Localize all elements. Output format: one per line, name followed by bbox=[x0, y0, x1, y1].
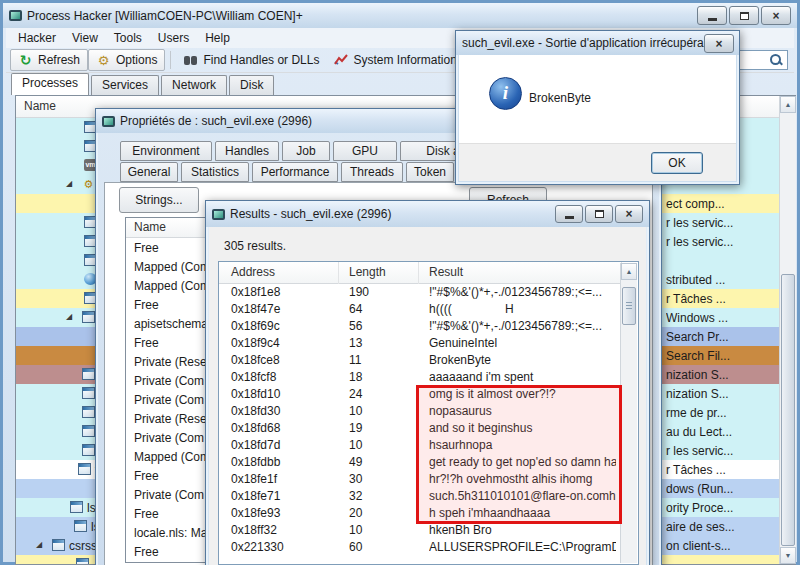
main-vertical-scrollbar[interactable]: ▲ ▼ bbox=[779, 96, 796, 564]
result-address: 0x18fd30 bbox=[231, 404, 336, 418]
main-titlebar[interactable]: Process Hacker [WilliamCOEN-PC\William C… bbox=[3, 3, 797, 28]
menu-item-hacker[interactable]: Hacker bbox=[10, 29, 64, 47]
result-address: 0x18fdbb bbox=[231, 455, 336, 469]
toolbar-button-label: System Information bbox=[353, 53, 456, 67]
toolbar-button-system-information[interactable]: System Information bbox=[326, 49, 463, 71]
message-box-body: BrokenByte bbox=[459, 55, 736, 143]
scroll-down-icon[interactable]: ▼ bbox=[780, 547, 796, 564]
tab-disk[interactable]: Disk bbox=[229, 75, 274, 95]
close-icon: × bbox=[715, 38, 722, 50]
results-vertical-scrollbar[interactable]: ▲ bbox=[620, 263, 637, 563]
result-length: 10 bbox=[349, 404, 414, 418]
results-titlebar[interactable]: Results - such_evil.exe (2996) × bbox=[206, 201, 649, 227]
result-row[interactable]: 0x22133060ALLUSERSPROFILE=C:\ProgramData bbox=[219, 539, 620, 556]
tab-processes[interactable]: Processes bbox=[11, 73, 89, 95]
app-window-icon bbox=[82, 406, 95, 418]
message-box-close-button[interactable]: × bbox=[704, 34, 734, 53]
process-description: r les servic... bbox=[666, 444, 776, 458]
info-icon bbox=[489, 77, 522, 110]
tab-performance[interactable]: Performance bbox=[252, 162, 338, 182]
app-window-icon bbox=[82, 444, 95, 456]
toolbar-button-label: Refresh bbox=[38, 53, 80, 67]
result-length: 19 bbox=[349, 421, 414, 435]
results-list: AddressLengthResult 0x18f1e8190!"#$%&'()… bbox=[218, 261, 639, 565]
result-row[interactable]: 0x18fe1f30hr?!?h ovehmostht alhis ihomg bbox=[219, 471, 620, 488]
tab-environment[interactable]: Environment bbox=[120, 141, 212, 161]
result-row[interactable]: 0x18fd1024omg is it almost over?!? bbox=[219, 386, 620, 403]
result-address: 0x221330 bbox=[231, 540, 336, 554]
results-close-button[interactable]: × bbox=[615, 205, 643, 223]
toolbar-button-refresh[interactable]: ↻Refresh bbox=[10, 49, 88, 71]
result-row[interactable]: 0x18f9c413GenuineIntel bbox=[219, 335, 620, 352]
strings-button[interactable]: Strings... bbox=[119, 187, 199, 213]
results-window-controls: × bbox=[555, 205, 643, 223]
menu-item-tools[interactable]: Tools bbox=[106, 29, 150, 47]
toolbar-button-options[interactable]: ⚙Options bbox=[88, 49, 165, 71]
process-description: aire de ses... bbox=[666, 520, 776, 534]
result-row[interactable]: 0x18f69c56!"#$%&'()*+,-./0123456789:;<=.… bbox=[219, 318, 620, 335]
result-row[interactable]: 0x18f1e8190!"#$%&'()*+,-./0123456789:;<=… bbox=[219, 284, 620, 301]
result-row[interactable]: 0x18fd6819and so it beginshus bbox=[219, 420, 620, 437]
result-row[interactable]: 0x18fd7d10hsaurhnopa bbox=[219, 437, 620, 454]
result-row[interactable]: 0x18fdbb49get ready to get nop'ed so dam… bbox=[219, 454, 620, 471]
menu-item-users[interactable]: Users bbox=[150, 29, 197, 47]
minimize-icon bbox=[708, 18, 717, 21]
result-row[interactable]: 0x18f47e64h(((( H bbox=[219, 301, 620, 318]
results-minimize-button[interactable] bbox=[555, 205, 583, 223]
toolbar-button-find-handles-or-dlls[interactable]: Find Handles or DLLs bbox=[176, 49, 326, 71]
column-header-length[interactable]: Length bbox=[339, 262, 419, 284]
result-row[interactable]: 0x18fce811BrokenByte bbox=[219, 352, 620, 369]
app-window-icon bbox=[82, 311, 95, 323]
app-window-icon bbox=[78, 463, 91, 475]
tab-gpu[interactable]: GPU bbox=[333, 141, 397, 161]
column-header-result[interactable]: Result bbox=[419, 262, 622, 284]
maximize-button[interactable] bbox=[729, 6, 759, 25]
chart-icon bbox=[333, 53, 348, 67]
menu-item-view[interactable]: View bbox=[64, 29, 106, 47]
tab-services[interactable]: Services bbox=[91, 75, 159, 95]
results-scrollbar-thumb[interactable] bbox=[622, 287, 636, 325]
tab-general[interactable]: General bbox=[120, 162, 178, 182]
tab-handles[interactable]: Handles bbox=[215, 141, 279, 161]
tab-network[interactable]: Network bbox=[161, 75, 227, 95]
minimize-button[interactable] bbox=[697, 6, 727, 25]
menu-item-help[interactable]: Help bbox=[197, 29, 238, 47]
scroll-up-icon[interactable]: ▲ bbox=[621, 263, 637, 280]
result-text: !"#$%&'()*+,-./0123456789:;<=... bbox=[429, 319, 616, 333]
results-maximize-button[interactable] bbox=[585, 205, 613, 223]
results-window: Results - such_evil.exe (2996) × 305 res… bbox=[205, 200, 650, 565]
tab-job[interactable]: Job bbox=[282, 141, 330, 161]
result-row[interactable]: 0x18fe7132such.5h311010101@flare-on.comh… bbox=[219, 488, 620, 505]
binoculars-icon bbox=[183, 53, 198, 67]
result-row[interactable]: 0x18ff3210hkenBh Bro bbox=[219, 522, 620, 539]
result-row[interactable]: 0x18fe9320h speh i'mhaandhaaaa bbox=[219, 505, 620, 522]
app-window-icon bbox=[82, 387, 95, 399]
process-description: Search Pr... bbox=[666, 330, 776, 344]
process-description: stributed ... bbox=[666, 273, 776, 287]
result-text: h speh i'mhaandhaaaa bbox=[429, 506, 616, 520]
tab-threads[interactable]: Threads bbox=[341, 162, 403, 182]
message-box-text: BrokenByte bbox=[529, 91, 591, 105]
process-description: r Tâches ... bbox=[666, 463, 776, 477]
scroll-up-icon[interactable]: ▲ bbox=[780, 96, 796, 113]
result-row[interactable]: 0x18fd3010nopasaurus bbox=[219, 403, 620, 420]
tab-statistics[interactable]: Statistics bbox=[181, 162, 249, 182]
result-text: h(((( H bbox=[429, 302, 616, 316]
close-button[interactable]: × bbox=[761, 6, 791, 25]
process-description: ect comp... bbox=[666, 197, 776, 211]
result-text: BrokenByte bbox=[429, 353, 616, 367]
tree-expander-icon[interactable]: ◢ bbox=[66, 180, 72, 188]
tree-expander-icon[interactable]: ◢ bbox=[36, 541, 42, 549]
tree-expander-icon[interactable]: ◢ bbox=[66, 313, 72, 321]
tab-token[interactable]: Token bbox=[406, 162, 454, 182]
process-description: r les servic... bbox=[666, 235, 776, 249]
close-icon: × bbox=[772, 10, 779, 22]
result-address: 0x18fd7d bbox=[231, 438, 336, 452]
result-row[interactable]: 0x18fcf818aaaaaand i'm spent bbox=[219, 369, 620, 386]
result-length: 56 bbox=[349, 319, 414, 333]
ok-button[interactable]: OK bbox=[651, 152, 703, 174]
column-header-address[interactable]: Address bbox=[219, 262, 339, 284]
message-box-titlebar[interactable]: such_evil.exe - Sortie d'application irr… bbox=[456, 31, 739, 55]
scrollbar-thumb[interactable] bbox=[781, 274, 795, 546]
result-length: 190 bbox=[349, 285, 414, 299]
